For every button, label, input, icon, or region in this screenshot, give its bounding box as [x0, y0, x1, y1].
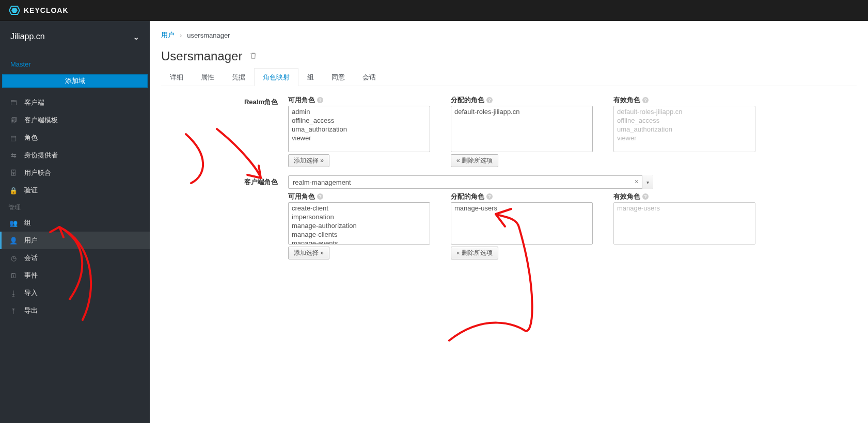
tab-groups[interactable]: 组: [298, 68, 323, 86]
sidebar-item-events[interactable]: 🗓 事件: [0, 267, 150, 284]
sidebar-item-label: 角色: [24, 133, 38, 142]
role-option[interactable]: uma_authorization: [290, 125, 429, 134]
database-icon: 🗄: [10, 169, 17, 176]
tab-sessions[interactable]: 会话: [354, 68, 385, 86]
role-option[interactable]: admin: [290, 107, 429, 116]
realm-effective-roles-list: default-roles-jiliapp.cnoffline_accessum…: [613, 106, 755, 152]
tab-attributes[interactable]: 属性: [192, 68, 223, 86]
tab-credentials[interactable]: 凭据: [223, 68, 254, 86]
sidebar-item-label: 导入: [24, 288, 38, 298]
help-icon[interactable]: ?: [317, 193, 323, 200]
realm-current: Jiliapp.cn: [10, 32, 45, 41]
client-roles-row: 客户端角色 × ▾ 可用角色? create-clientimpersonati…: [161, 175, 857, 259]
tab-details[interactable]: 详细: [161, 68, 192, 86]
calendar-icon: 🗓: [10, 272, 17, 279]
assigned-roles-label: 分配的角色: [451, 95, 484, 105]
breadcrumb: 用户 › usersmanager: [161, 30, 857, 40]
sidebar-item-label: 用户联合: [24, 168, 51, 177]
remove-selected-client-button[interactable]: « 删除所选项: [451, 247, 498, 259]
sidebar-item-identity-providers[interactable]: ⇆ 身份提供者: [0, 147, 150, 164]
sidebar-item-export[interactable]: ⭱ 导出: [0, 302, 150, 319]
role-option[interactable]: offline_access: [290, 116, 429, 125]
breadcrumb-separator: ›: [180, 31, 182, 39]
help-icon[interactable]: ?: [642, 97, 649, 103]
role-option[interactable]: manage-events: [290, 239, 429, 245]
role-option[interactable]: manage-clients: [290, 230, 429, 239]
groups-icon: 👥: [10, 219, 17, 226]
export-icon: ⭱: [10, 307, 17, 314]
template-icon: 🗐: [10, 117, 17, 124]
client-select-wrap: × ▾: [288, 175, 653, 189]
main-content: 用户 › usersmanager Usersmanager 详细 属性 凭据 …: [150, 21, 868, 423]
role-option[interactable]: offline_access: [615, 116, 754, 125]
sidebar-item-authentication[interactable]: 🔒 验证: [0, 182, 150, 199]
role-option[interactable]: manage-authorization: [290, 221, 429, 230]
role-option[interactable]: manage-users: [452, 204, 591, 213]
breadcrumb-users-link[interactable]: 用户: [161, 30, 175, 40]
keycloak-icon: [8, 4, 21, 17]
sidebar-item-user-federation[interactable]: 🗄 用户联合: [0, 164, 150, 182]
app-header: KEYCLOAK: [0, 0, 868, 21]
client-available-roles-list[interactable]: create-clientimpersonationmanage-authori…: [288, 202, 430, 245]
add-selected-realm-button[interactable]: 添加选择 »: [288, 154, 329, 167]
sidebar-item-users[interactable]: 👤 用户: [0, 232, 150, 249]
tab-consents[interactable]: 同意: [323, 68, 354, 86]
chevron-down-icon[interactable]: ▾: [642, 175, 653, 189]
sidebar-item-label: 事件: [24, 271, 38, 280]
sidebar-item-roles[interactable]: ▤ 角色: [0, 129, 150, 147]
sidebar-item-label: 用户: [24, 236, 38, 245]
help-icon[interactable]: ?: [486, 193, 493, 200]
sidebar-item-label: 导出: [24, 306, 38, 315]
role-option[interactable]: manage-users: [615, 204, 754, 213]
realm-roles-row: Realm角色 可用角色? adminoffline_accessuma_aut…: [161, 95, 857, 167]
sidebar-item-label: 会话: [24, 253, 38, 263]
sidebar-item-import[interactable]: ⭳ 导入: [0, 284, 150, 302]
realm-picker[interactable]: Jiliapp.cn ⌄: [0, 21, 150, 52]
help-icon[interactable]: ?: [317, 97, 323, 103]
page-title: Usersmanager: [161, 49, 242, 63]
exchange-icon: ⇆: [10, 152, 17, 159]
realm-assigned-roles-list[interactable]: default-roles-jiliapp.cn: [451, 106, 593, 152]
role-option[interactable]: impersonation: [290, 213, 429, 221]
sidebar-item-label: 客户端: [24, 98, 44, 107]
role-option[interactable]: uma_authorization: [615, 125, 754, 134]
help-icon[interactable]: ?: [486, 97, 493, 103]
client-select-input[interactable]: [288, 175, 653, 189]
sidebar-item-groups[interactable]: 👥 组: [0, 214, 150, 232]
client-select-clear-icon[interactable]: ×: [635, 177, 639, 186]
role-option[interactable]: default-roles-jiliapp.cn: [615, 107, 754, 116]
remove-selected-realm-button[interactable]: « 删除所选项: [451, 154, 498, 167]
role-option[interactable]: viewer: [615, 134, 754, 142]
nav-section-manage: 管理: [0, 199, 150, 214]
role-option[interactable]: default-roles-jiliapp.cn: [452, 107, 591, 116]
realm-available-roles-list[interactable]: adminoffline_accessuma_authorizationview…: [288, 106, 430, 152]
tab-role-mappings[interactable]: 角色映射: [254, 68, 298, 86]
brand-text: KEYCLOAK: [24, 6, 69, 14]
lock-icon: 🔒: [10, 187, 17, 194]
sidebar: Jiliapp.cn ⌄ Master 添加域 🗔 客户端 🗐 客户端模板 ▤ …: [0, 21, 150, 423]
delete-user-icon[interactable]: [249, 52, 257, 61]
sidebar-item-sessions[interactable]: ◷ 会话: [0, 249, 150, 267]
add-selected-client-button[interactable]: 添加选择 »: [288, 247, 329, 259]
sidebar-item-label: 身份提供者: [24, 151, 58, 160]
available-roles-label: 可用角色: [288, 95, 315, 105]
realm-master-link[interactable]: Master: [0, 52, 150, 72]
sidebar-item-clients[interactable]: 🗔 客户端: [0, 94, 150, 111]
sidebar-item-label: 验证: [24, 186, 38, 195]
user-icon: 👤: [10, 237, 17, 244]
roles-icon: ▤: [10, 134, 17, 141]
client-assigned-roles-list[interactable]: manage-users: [451, 202, 593, 245]
chevron-down-icon: ⌄: [133, 32, 139, 42]
svg-marker-1: [11, 8, 18, 13]
role-option[interactable]: viewer: [290, 134, 429, 142]
role-option[interactable]: create-client: [290, 204, 429, 213]
client-available-roles-label: 可用角色: [288, 192, 315, 201]
breadcrumb-current: usersmanager: [187, 31, 230, 39]
sidebar-item-client-templates[interactable]: 🗐 客户端模板: [0, 111, 150, 129]
effective-roles-label: 有效角色: [613, 95, 640, 105]
client-effective-roles-list: manage-users: [613, 202, 755, 245]
brand-logo[interactable]: KEYCLOAK: [8, 4, 69, 17]
help-icon[interactable]: ?: [642, 193, 649, 200]
add-realm-button[interactable]: 添加域: [2, 74, 148, 88]
client-assigned-roles-label: 分配的角色: [451, 192, 484, 201]
